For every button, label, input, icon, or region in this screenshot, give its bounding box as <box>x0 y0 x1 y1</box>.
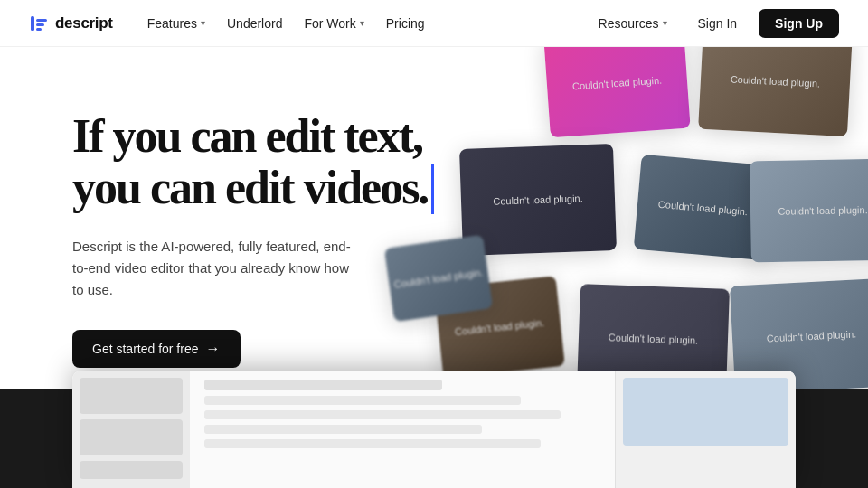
svg-rect-2 <box>36 23 44 26</box>
app-sidebar-item-1 <box>80 378 183 414</box>
nav-underlord[interactable]: Underlord <box>218 11 291 36</box>
app-content-line-4 <box>204 439 541 448</box>
app-right-panel <box>615 371 796 488</box>
logo[interactable]: descript <box>29 14 113 33</box>
chevron-down-icon: ▾ <box>201 18 205 28</box>
nav-links: Features ▾ Underlord For Work ▾ Pricing <box>138 11 434 36</box>
text-cursor <box>431 164 434 214</box>
nav-pricing[interactable]: Pricing <box>377 11 434 36</box>
signin-button[interactable]: Sign In <box>687 11 749 36</box>
signup-button[interactable]: Sign Up <box>759 9 839 38</box>
hero-headline: If you can edit text, you can edit video… <box>72 110 434 218</box>
hero-content: If you can edit text, you can edit video… <box>72 110 434 368</box>
nav-for-work[interactable]: For Work ▾ <box>295 11 373 36</box>
app-toolbar <box>204 380 442 390</box>
app-screenshot-inner <box>72 371 796 488</box>
app-screenshot <box>72 371 796 488</box>
app-main-content <box>190 371 615 488</box>
app-sidebar <box>72 371 190 488</box>
chevron-down-icon-3: ▾ <box>663 18 667 28</box>
bottom-strip <box>0 389 868 488</box>
chevron-down-icon-2: ▾ <box>360 18 364 28</box>
app-content-line-1 <box>204 396 521 405</box>
arrow-icon: → <box>206 341 221 357</box>
nav-left: descript Features ▾ Underlord For Work ▾… <box>29 11 434 36</box>
nav-features[interactable]: Features ▾ <box>138 11 214 36</box>
app-content-line-2 <box>204 410 561 419</box>
video-card-1: Couldn't load plugin. <box>543 47 690 137</box>
svg-rect-1 <box>36 19 47 22</box>
app-sidebar-item-2 <box>80 419 183 455</box>
cta-button[interactable]: Get started for free → <box>72 330 241 368</box>
descript-logo-icon <box>29 14 49 33</box>
svg-rect-3 <box>36 28 42 31</box>
nav-right: Resources ▾ Sign In Sign Up <box>590 9 839 38</box>
app-preview-image <box>623 378 788 446</box>
logo-text: descript <box>55 14 113 33</box>
app-sidebar-item-3 <box>80 461 183 479</box>
video-card-2: Couldn't load plugin. <box>698 47 853 136</box>
svg-rect-0 <box>31 16 34 31</box>
app-content-line-3 <box>204 425 482 434</box>
hero-subtext: Descript is the AI-powered, fully featur… <box>72 236 362 301</box>
nav-resources[interactable]: Resources ▾ <box>590 11 676 36</box>
navbar: descript Features ▾ Underlord For Work ▾… <box>0 0 868 47</box>
video-card-5: Couldn't load plugin. <box>750 159 868 263</box>
